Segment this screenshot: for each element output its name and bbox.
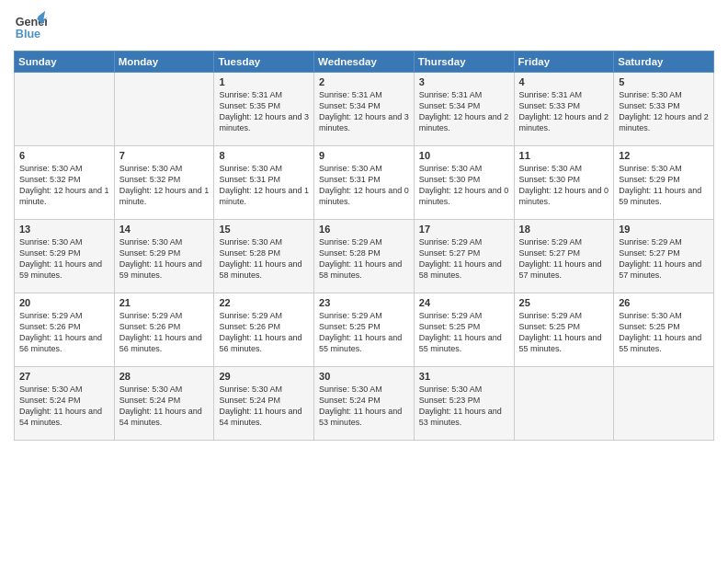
day-number: 17 bbox=[419, 224, 509, 235]
day-number: 1 bbox=[219, 76, 309, 87]
calendar-cell: 23Sunrise: 5:29 AM Sunset: 5:25 PM Dayli… bbox=[314, 293, 415, 367]
day-number: 21 bbox=[119, 297, 210, 308]
calendar-cell: 12Sunrise: 5:30 AM Sunset: 5:29 PM Dayli… bbox=[614, 146, 714, 220]
day-number: 5 bbox=[619, 76, 709, 87]
cell-content: Sunrise: 5:29 AM Sunset: 5:26 PM Dayligh… bbox=[19, 310, 109, 355]
svg-text:Blue: Blue bbox=[16, 28, 40, 40]
weekday-header: Friday bbox=[514, 52, 614, 73]
calendar-week-row: 27Sunrise: 5:30 AM Sunset: 5:24 PM Dayli… bbox=[15, 367, 714, 441]
calendar-cell bbox=[514, 367, 614, 441]
page-header: General Blue bbox=[14, 9, 714, 46]
cell-content: Sunrise: 5:30 AM Sunset: 5:29 PM Dayligh… bbox=[19, 236, 109, 282]
day-number: 4 bbox=[519, 76, 609, 87]
weekday-header: Sunday bbox=[15, 52, 115, 73]
calendar-cell: 3Sunrise: 5:31 AM Sunset: 5:34 PM Daylig… bbox=[414, 73, 514, 146]
day-number: 31 bbox=[419, 371, 509, 382]
day-number: 10 bbox=[419, 150, 509, 161]
calendar-week-row: 1Sunrise: 5:31 AM Sunset: 5:35 PM Daylig… bbox=[15, 73, 714, 146]
logo-icon: General Blue bbox=[14, 9, 47, 46]
cell-content: Sunrise: 5:31 AM Sunset: 5:34 PM Dayligh… bbox=[419, 89, 509, 134]
day-number: 24 bbox=[419, 297, 509, 308]
calendar-table: SundayMondayTuesdayWednesdayThursdayFrid… bbox=[14, 51, 714, 441]
calendar-cell: 7Sunrise: 5:30 AM Sunset: 5:32 PM Daylig… bbox=[114, 146, 214, 220]
calendar-week-row: 20Sunrise: 5:29 AM Sunset: 5:26 PM Dayli… bbox=[15, 293, 714, 367]
calendar-cell: 5Sunrise: 5:30 AM Sunset: 5:33 PM Daylig… bbox=[614, 73, 714, 146]
calendar-cell: 30Sunrise: 5:30 AM Sunset: 5:24 PM Dayli… bbox=[314, 367, 415, 441]
cell-content: Sunrise: 5:30 AM Sunset: 5:30 PM Dayligh… bbox=[519, 163, 609, 208]
calendar-cell bbox=[614, 367, 714, 441]
cell-content: Sunrise: 5:30 AM Sunset: 5:31 PM Dayligh… bbox=[219, 163, 309, 208]
day-number: 12 bbox=[619, 150, 709, 161]
day-number: 29 bbox=[219, 371, 309, 382]
cell-content: Sunrise: 5:30 AM Sunset: 5:31 PM Dayligh… bbox=[319, 163, 409, 208]
cell-content: Sunrise: 5:29 AM Sunset: 5:27 PM Dayligh… bbox=[419, 236, 509, 282]
day-number: 15 bbox=[219, 224, 309, 235]
cell-content: Sunrise: 5:29 AM Sunset: 5:26 PM Dayligh… bbox=[119, 310, 210, 355]
calendar-cell: 22Sunrise: 5:29 AM Sunset: 5:26 PM Dayli… bbox=[214, 293, 314, 367]
cell-content: Sunrise: 5:29 AM Sunset: 5:25 PM Dayligh… bbox=[519, 310, 609, 355]
day-number: 9 bbox=[319, 150, 409, 161]
cell-content: Sunrise: 5:30 AM Sunset: 5:29 PM Dayligh… bbox=[119, 236, 210, 282]
day-number: 6 bbox=[19, 150, 109, 161]
calendar-cell: 25Sunrise: 5:29 AM Sunset: 5:25 PM Dayli… bbox=[514, 293, 614, 367]
cell-content: Sunrise: 5:30 AM Sunset: 5:24 PM Dayligh… bbox=[19, 384, 109, 429]
calendar-cell bbox=[15, 73, 115, 146]
day-number: 3 bbox=[419, 76, 509, 87]
day-number: 13 bbox=[19, 224, 109, 235]
cell-content: Sunrise: 5:29 AM Sunset: 5:25 PM Dayligh… bbox=[319, 310, 409, 355]
cell-content: Sunrise: 5:30 AM Sunset: 5:24 PM Dayligh… bbox=[119, 384, 210, 429]
calendar-cell: 14Sunrise: 5:30 AM Sunset: 5:29 PM Dayli… bbox=[114, 220, 214, 293]
day-number: 2 bbox=[319, 76, 409, 87]
calendar-cell: 26Sunrise: 5:30 AM Sunset: 5:25 PM Dayli… bbox=[614, 293, 714, 367]
cell-content: Sunrise: 5:30 AM Sunset: 5:29 PM Dayligh… bbox=[619, 163, 709, 208]
cell-content: Sunrise: 5:30 AM Sunset: 5:32 PM Dayligh… bbox=[119, 163, 210, 208]
day-number: 7 bbox=[119, 150, 210, 161]
weekday-header: Wednesday bbox=[314, 52, 415, 73]
calendar-week-row: 13Sunrise: 5:30 AM Sunset: 5:29 PM Dayli… bbox=[15, 220, 714, 293]
calendar-cell: 1Sunrise: 5:31 AM Sunset: 5:35 PM Daylig… bbox=[214, 73, 314, 146]
calendar-cell: 4Sunrise: 5:31 AM Sunset: 5:33 PM Daylig… bbox=[514, 73, 614, 146]
cell-content: Sunrise: 5:29 AM Sunset: 5:28 PM Dayligh… bbox=[319, 236, 409, 282]
calendar-cell: 31Sunrise: 5:30 AM Sunset: 5:23 PM Dayli… bbox=[414, 367, 514, 441]
calendar-cell: 27Sunrise: 5:30 AM Sunset: 5:24 PM Dayli… bbox=[15, 367, 115, 441]
calendar-cell: 24Sunrise: 5:29 AM Sunset: 5:25 PM Dayli… bbox=[414, 293, 514, 367]
day-number: 25 bbox=[519, 297, 609, 308]
cell-content: Sunrise: 5:29 AM Sunset: 5:26 PM Dayligh… bbox=[219, 310, 309, 355]
calendar-cell: 20Sunrise: 5:29 AM Sunset: 5:26 PM Dayli… bbox=[15, 293, 115, 367]
cell-content: Sunrise: 5:29 AM Sunset: 5:27 PM Dayligh… bbox=[619, 236, 709, 282]
calendar-cell: 17Sunrise: 5:29 AM Sunset: 5:27 PM Dayli… bbox=[414, 220, 514, 293]
cell-content: Sunrise: 5:31 AM Sunset: 5:33 PM Dayligh… bbox=[519, 89, 609, 134]
calendar-cell: 15Sunrise: 5:30 AM Sunset: 5:28 PM Dayli… bbox=[214, 220, 314, 293]
day-number: 18 bbox=[519, 224, 609, 235]
day-number: 19 bbox=[619, 224, 709, 235]
day-number: 11 bbox=[519, 150, 609, 161]
calendar-cell: 18Sunrise: 5:29 AM Sunset: 5:27 PM Dayli… bbox=[514, 220, 614, 293]
calendar-cell: 6Sunrise: 5:30 AM Sunset: 5:32 PM Daylig… bbox=[15, 146, 115, 220]
day-number: 26 bbox=[619, 297, 709, 308]
calendar-cell: 2Sunrise: 5:31 AM Sunset: 5:34 PM Daylig… bbox=[314, 73, 415, 146]
day-number: 28 bbox=[119, 371, 210, 382]
calendar-cell: 11Sunrise: 5:30 AM Sunset: 5:30 PM Dayli… bbox=[514, 146, 614, 220]
calendar-cell: 19Sunrise: 5:29 AM Sunset: 5:27 PM Dayli… bbox=[614, 220, 714, 293]
calendar-cell: 21Sunrise: 5:29 AM Sunset: 5:26 PM Dayli… bbox=[114, 293, 214, 367]
cell-content: Sunrise: 5:31 AM Sunset: 5:35 PM Dayligh… bbox=[219, 89, 309, 134]
day-number: 27 bbox=[19, 371, 109, 382]
cell-content: Sunrise: 5:29 AM Sunset: 5:27 PM Dayligh… bbox=[519, 236, 609, 282]
cell-content: Sunrise: 5:30 AM Sunset: 5:25 PM Dayligh… bbox=[619, 310, 709, 355]
day-number: 23 bbox=[319, 297, 409, 308]
day-number: 22 bbox=[219, 297, 309, 308]
calendar-cell: 28Sunrise: 5:30 AM Sunset: 5:24 PM Dayli… bbox=[114, 367, 214, 441]
calendar-cell: 13Sunrise: 5:30 AM Sunset: 5:29 PM Dayli… bbox=[15, 220, 115, 293]
calendar-cell: 29Sunrise: 5:30 AM Sunset: 5:24 PM Dayli… bbox=[214, 367, 314, 441]
cell-content: Sunrise: 5:30 AM Sunset: 5:28 PM Dayligh… bbox=[219, 236, 309, 282]
calendar-week-row: 6Sunrise: 5:30 AM Sunset: 5:32 PM Daylig… bbox=[15, 146, 714, 220]
weekday-header: Monday bbox=[114, 52, 214, 73]
calendar-cell: 9Sunrise: 5:30 AM Sunset: 5:31 PM Daylig… bbox=[314, 146, 415, 220]
cell-content: Sunrise: 5:30 AM Sunset: 5:30 PM Dayligh… bbox=[419, 163, 509, 208]
logo: General Blue bbox=[14, 9, 47, 46]
weekday-header: Saturday bbox=[614, 52, 714, 73]
day-number: 8 bbox=[219, 150, 309, 161]
day-number: 20 bbox=[19, 297, 109, 308]
weekday-header: Tuesday bbox=[214, 52, 314, 73]
cell-content: Sunrise: 5:30 AM Sunset: 5:24 PM Dayligh… bbox=[219, 384, 309, 429]
